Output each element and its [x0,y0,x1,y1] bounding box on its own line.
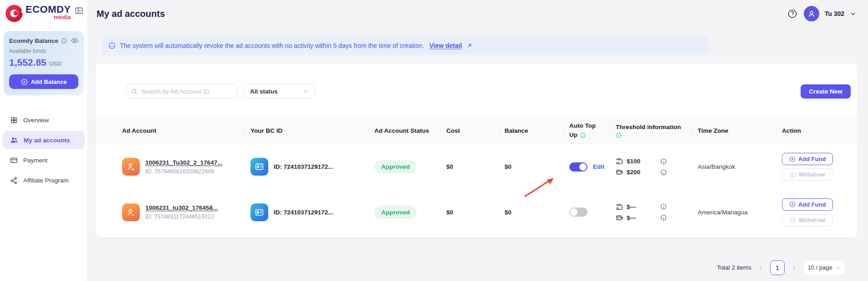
ecomdy-logo-mark-icon [5,5,23,23]
page-size-select[interactable]: 10 / page [803,260,845,275]
search-input[interactable] [141,88,233,95]
ad-accounts-table: Ad Account Your BC ID Ad Account Status … [96,117,857,234]
info-circle-icon[interactable] [660,214,667,221]
threshold-amount: $100 [627,158,640,165]
bc-id-value: ID: 7241037129172... [274,209,333,216]
col-time-zone: Time Zone [692,117,776,144]
info-circle-icon[interactable] [660,203,667,210]
ad-account-name-link[interactable]: 1006231_Tu302_2_17647... [145,159,222,166]
view-detail-link[interactable]: View detail [429,42,462,49]
previous-page-button[interactable] [757,264,764,271]
edit-auto-top-up-link[interactable]: Edit [593,163,605,170]
chevron-down-icon [835,265,841,271]
info-circle-icon-green[interactable] [616,132,681,138]
info-circle-icon [108,42,116,49]
available-funds-label: Available funds [9,48,78,54]
status-badge: Approved [374,206,417,219]
wallet-icon [616,157,623,165]
balance-card: Ecomdy Balance Available funds 1,552.85 … [4,31,84,95]
question-circle-icon [787,9,797,19]
plus-circle-icon [789,201,796,208]
auto-top-up-toggle[interactable] [569,162,587,172]
col-ad-account: Ad Account [96,117,245,144]
table-row: 1006231_Tu302_2_17647... ID: 75794658163… [96,144,857,189]
balance-info-icon[interactable] [61,38,67,44]
add-balance-label: Add Balance [31,78,67,85]
add-fund-button[interactable]: Add Fund [782,153,833,165]
system-notice-banner: The system will automatically revoke the… [101,36,709,55]
ad-account-avatar-icon [122,203,140,221]
brand-subname: media [54,14,71,20]
info-circle-icon[interactable] [660,169,667,176]
topbar: My ad accounts Tu 302 [88,0,868,27]
status-badge: Approved [374,160,417,173]
col-action: Action [776,117,856,144]
plus-circle-icon [21,78,28,85]
search-icon [131,88,138,94]
pagination: Total 2 items 1 10 / page [88,260,845,275]
chevron-down-icon[interactable] [850,10,856,17]
timezone-value: Asia/Bangkok [692,163,776,170]
table-controls: All status Create New [96,84,857,99]
ad-accounts-card: All status Create New Ad Account Your BC… [96,64,857,237]
table-row: 1006231_tu302_176458... ID: 757883117244… [96,189,857,234]
minus-circle-icon [790,172,796,178]
user-avatar[interactable] [804,6,819,21]
sidebar-item-payment[interactable]: Payment [3,151,85,169]
threshold-amount: $--- [627,203,636,210]
sidebar: ECOMDY media Ecomdy Balance Available fu… [0,0,88,281]
sidebar-menu: Overview My ad accounts Payment Affiliat… [0,111,87,189]
threshold-amount: $200 [627,169,640,176]
ad-account-id: ID: 7579465816320622609 [145,168,222,175]
page-number-button[interactable]: 1 [770,260,785,275]
withdraw-button[interactable]: Withdraw [782,214,833,226]
timezone-value: America/Managua [692,209,776,216]
collapse-sidebar-button[interactable] [75,6,83,15]
collapse-panel-icon [75,6,83,15]
credit-card-icon [10,156,18,164]
page-title: My ad accounts [97,9,165,19]
add-fund-button[interactable]: Add Fund [782,198,833,211]
sidebar-item-my-ad-accounts[interactable]: My ad accounts [3,131,85,149]
status-filter-select[interactable]: All status [244,84,315,99]
wallet-icon [616,203,623,211]
grid-icon [10,116,18,124]
banner-text: The system will automatically revoke the… [120,42,424,49]
auto-top-up-toggle[interactable] [569,208,587,217]
ad-account-id: ID: 7578831172446519312 [145,213,218,220]
balance-amount: 1,552.85 [9,57,46,68]
col-threshold-information: Threshold information [610,117,692,144]
balance-currency: USD [49,60,61,67]
hide-balance-eye-icon[interactable] [71,37,78,44]
sidebar-item-affiliate-program[interactable]: Affiliate Program [3,171,85,189]
chevron-down-icon [303,88,309,94]
bc-id-card-icon [250,203,268,221]
top-up-card-icon [616,214,623,222]
add-balance-button[interactable]: Add Balance [9,74,78,89]
sidebar-item-overview[interactable]: Overview [3,111,85,129]
sidebar-item-label: Affiliate Program [23,177,69,184]
help-button[interactable] [786,8,798,20]
col-balance: Balance [499,117,564,144]
top-up-card-icon [616,168,623,176]
sidebar-item-label: Payment [23,157,47,164]
balance-card-title: Ecomdy Balance [9,37,58,44]
brand-logo: ECOMDY media [0,0,87,23]
users-icon [10,136,18,144]
cost-value: $0 [441,163,499,170]
col-your-bc-id: Your BC ID [245,117,369,144]
info-circle-icon[interactable] [660,158,667,165]
username: Tu 302 [825,10,844,17]
balance-value: $0 [499,163,564,170]
info-circle-icon-green[interactable] [580,132,586,138]
create-new-button[interactable]: Create New [801,84,851,99]
external-link-icon[interactable] [466,42,473,49]
withdraw-button[interactable]: Withdraw [782,168,833,181]
search-box [126,84,238,99]
next-page-button[interactable] [791,264,797,271]
col-auto-top-up: Auto Top Up [564,117,610,144]
balance-value: $0 [499,209,564,216]
bc-id-value: ID: 7241037129172... [274,163,333,170]
ad-account-name-link[interactable]: 1006231_tu302_176458... [145,204,218,211]
pagination-total: Total 2 items [717,264,751,271]
